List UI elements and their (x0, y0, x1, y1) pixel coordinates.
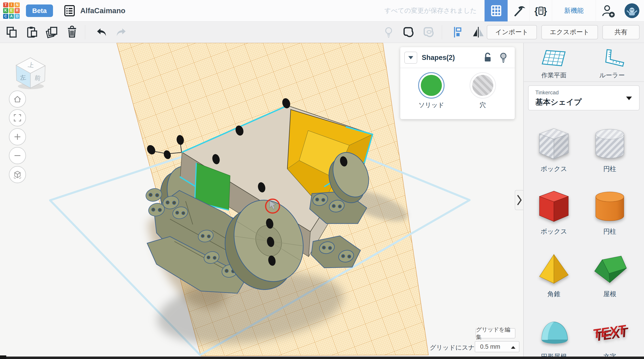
solid-swatch (421, 75, 442, 96)
hole-option[interactable]: 穴 (465, 72, 501, 109)
bulb-icon[interactable] (500, 52, 507, 63)
hole-shape-button[interactable] (420, 24, 438, 41)
caret-down-icon (626, 96, 632, 100)
workplane-icon (540, 48, 567, 68)
export-button[interactable]: エクスポート (541, 25, 598, 39)
unlock-icon[interactable] (484, 52, 492, 63)
shape-tile-roof[interactable]: 屋根 (591, 250, 629, 299)
shape-tile-box[interactable]: ボックス (535, 187, 573, 236)
snap-grid-value: 0.5 mm (480, 343, 500, 350)
view-3d-tab[interactable] (484, 0, 508, 22)
chevron-right-icon (516, 193, 522, 207)
collection-name: 基本シェイプ (535, 97, 582, 107)
shape-tile-hole-cylinder[interactable]: 円柱 (591, 125, 629, 174)
align-button[interactable] (450, 24, 467, 41)
redo-icon (115, 26, 128, 39)
roof-icon (591, 250, 629, 288)
paste-button[interactable] (23, 24, 40, 41)
hole-box-icon (535, 125, 573, 163)
import-button[interactable]: インポート (487, 25, 537, 39)
align-icon (452, 26, 465, 39)
codeblocks-icon: { } (534, 4, 548, 17)
account-menu[interactable] (620, 0, 644, 22)
perspective-toggle-button[interactable] (9, 166, 26, 183)
ruler-label: ルーラー (591, 71, 633, 80)
logo-tile: T (3, 2, 8, 8)
add-collaborator-icon (601, 4, 615, 18)
zoom-in-button[interactable] (9, 128, 26, 145)
round-roof-icon (535, 312, 573, 350)
beta-badge[interactable]: Beta (26, 4, 53, 17)
fit-view-button[interactable] (9, 109, 26, 126)
inspector-header: Shapes(2) (400, 47, 515, 68)
undo-button[interactable] (93, 24, 110, 41)
shape-tile-text[interactable]: TEXT TEXT 文字 (591, 312, 629, 359)
duplicate-icon (46, 26, 58, 39)
hole-swatch-ring (470, 72, 496, 98)
shape-tile-cylinder[interactable]: 円柱 (591, 187, 629, 236)
shape-tile-hole-box[interactable]: ボックス (535, 125, 573, 174)
home-icon (13, 94, 22, 104)
collection-kicker: Tinkercad (535, 90, 558, 96)
shape-tile-round-roof[interactable]: 円形屋根 (535, 312, 573, 359)
caret-up-icon (511, 346, 516, 349)
design-properties-icon (63, 4, 76, 17)
text-shape-icon: TEXT TEXT (591, 312, 629, 350)
logo-tile: E (9, 8, 14, 13)
redo-button[interactable] (113, 24, 130, 41)
solid-swatch-ring (418, 72, 444, 98)
svg-text:}: } (543, 5, 547, 16)
tinkercad-logo[interactable]: T I N K E R C A D (3, 2, 20, 19)
zoom-out-button[interactable] (9, 147, 26, 164)
top-bar: T I N K E R C A D Beta AlfaCaimano すべての変… (0, 0, 644, 22)
solid-label: ソリッド (414, 101, 449, 109)
design-title[interactable]: AlfaCaimano (80, 6, 126, 15)
share-button[interactable]: 共有 (602, 25, 640, 39)
workplane-tool[interactable]: 作業平面 (533, 48, 575, 80)
hole-swatch (472, 75, 493, 96)
hide-bulb-icon (382, 26, 395, 38)
hole-shape-icon (422, 26, 435, 39)
zoom-out-icon (13, 151, 22, 160)
edit-grid-button[interactable]: グリッドを編集 (476, 328, 516, 338)
paste-icon (25, 26, 38, 39)
shape-collection-select[interactable]: Tinkercad 基本シェイプ (528, 86, 640, 110)
tinkercad-app: T I N K E R C A D Beta AlfaCaimano すべての変… (0, 0, 644, 359)
bottom-bar (0, 356, 644, 359)
hide-button[interactable] (380, 24, 397, 41)
add-collaborator-button[interactable] (596, 0, 620, 22)
3d-viewport[interactable]: 上 左 前 (0, 43, 523, 359)
delete-button[interactable] (64, 24, 80, 41)
avatar (624, 3, 639, 18)
hole-label: 穴 (465, 101, 501, 109)
box-icon (535, 187, 573, 225)
sidebar-collapse-handle[interactable] (515, 190, 523, 210)
design-properties-button[interactable] (63, 4, 76, 18)
ruler-icon (598, 48, 626, 68)
svg-text:{: { (534, 5, 538, 16)
shape-tile-pyramid[interactable]: 角錐 (535, 250, 573, 299)
view-cube-top-label: 上 (28, 61, 34, 69)
inspector-collapse-button[interactable] (404, 52, 417, 64)
logo-tile: R (14, 8, 20, 13)
view-cube-front-label: 前 (34, 74, 41, 82)
pyramid-icon (535, 250, 573, 288)
home-view-button[interactable] (9, 90, 26, 108)
solid-shape-icon (402, 26, 415, 39)
solid-option[interactable]: ソリッド (414, 72, 449, 109)
solid-shape-button[interactable] (400, 24, 417, 41)
copy-button[interactable] (3, 24, 20, 41)
codeblocks-tab[interactable]: { } (530, 0, 552, 22)
duplicate-button[interactable] (44, 24, 60, 41)
blocks-tab[interactable] (508, 0, 530, 22)
logo-tile: A (9, 14, 14, 19)
mirror-button[interactable] (470, 24, 487, 41)
logo-tile: I (9, 2, 14, 8)
whats-new-link[interactable]: 新機能 (552, 0, 596, 22)
view-cube[interactable]: 上 左 前 (10, 51, 50, 91)
snap-grid-select[interactable]: 0.5 mm (475, 341, 520, 352)
workplane-label: 作業平面 (533, 71, 575, 80)
ruler-tool[interactable]: ルーラー (591, 48, 633, 80)
3d-view-grid-icon (490, 4, 503, 17)
edit-toolbar: インポート エクスポート 共有 (0, 22, 644, 43)
